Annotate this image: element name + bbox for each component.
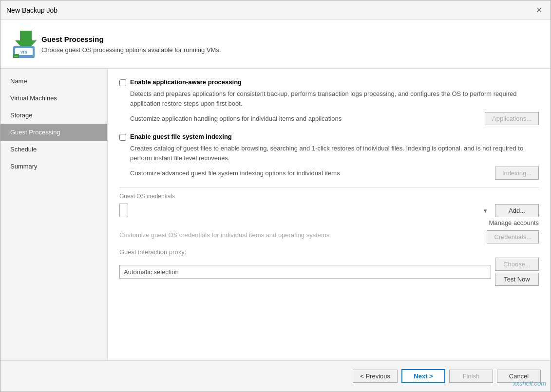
app-aware-label: Enable application-aware processing (130, 78, 242, 86)
sidebar-item-storage[interactable]: Storage (0, 107, 107, 124)
proxy-row: Choose... Test Now (119, 258, 539, 286)
window-title: New Backup Job (6, 6, 57, 14)
credentials-dropdown[interactable] (119, 204, 128, 217)
sidebar-item-virtual-machines[interactable]: Virtual Machines (0, 90, 107, 107)
sidebar-item-guest-processing[interactable]: Guest Processing (0, 124, 107, 141)
header-description: Choose guest OS processing options avail… (41, 46, 221, 54)
applications-button[interactable]: Applications... (485, 112, 539, 125)
credentials-row: Add... (119, 204, 539, 217)
app-aware-section: Enable application-aware processing Dete… (119, 78, 539, 125)
svg-text:—: — (15, 55, 18, 58)
footer: < Previous Next > Finish Cancel (0, 360, 551, 392)
header-icon: vm — (10, 29, 41, 60)
finish-button[interactable]: Finish (449, 370, 493, 383)
file-indexing-label: Enable guest file system indexing (130, 133, 232, 140)
proxy-label: Guest interaction proxy: (119, 248, 539, 256)
app-aware-customize-text: Customize application handling options f… (130, 115, 342, 122)
credentials-dropdown-wrapper (119, 204, 491, 217)
guest-os-label: Guest OS credentials (119, 193, 539, 200)
watermark: xxshell.com (513, 380, 546, 387)
app-aware-checkbox-row: Enable application-aware processing (119, 78, 539, 86)
header-text: Guest Processing Choose guest OS process… (41, 35, 221, 54)
indexing-button[interactable]: Indexing... (495, 167, 539, 180)
next-button[interactable]: Next > (401, 369, 445, 383)
file-indexing-customize-text: Customize advanced guest file system ind… (130, 169, 340, 177)
sidebar-item-schedule[interactable]: Schedule (0, 141, 107, 158)
close-button[interactable]: ✕ (533, 4, 545, 16)
file-indexing-checkbox[interactable] (119, 134, 126, 141)
app-aware-description: Detects and prepares applications for co… (130, 89, 539, 108)
add-button[interactable]: Add... (495, 204, 539, 217)
previous-button[interactable]: < Previous (353, 370, 398, 383)
title-bar: New Backup Job ✕ (0, 0, 551, 20)
svg-text:vm: vm (20, 49, 28, 55)
proxy-input[interactable] (119, 265, 491, 279)
file-indexing-customize-row: Customize advanced guest file system ind… (130, 167, 539, 180)
credentials-customize-row: Customize guest OS credentials for indiv… (119, 230, 539, 243)
file-indexing-section: Enable guest file system indexing Create… (119, 133, 539, 180)
file-indexing-description: Creates catalog of guest files to enable… (130, 144, 539, 163)
header-section: vm — Guest Processing Choose guest OS pr… (0, 20, 551, 69)
content-area: Enable application-aware processing Dete… (108, 69, 551, 360)
dialog-window: New Backup Job ✕ vm — Guest Processing C… (0, 0, 551, 392)
app-aware-checkbox[interactable] (119, 79, 126, 86)
credentials-customize-text: Customize guest OS credentials for indiv… (119, 231, 329, 239)
file-indexing-checkbox-row: Enable guest file system indexing (119, 133, 539, 141)
manage-accounts-link[interactable]: Manage accounts (119, 219, 539, 226)
sidebar-item-name[interactable]: Name (0, 73, 107, 90)
test-now-button[interactable]: Test Now (495, 273, 539, 286)
app-aware-customize-row: Customize application handling options f… (130, 112, 539, 125)
header-title: Guest Processing (41, 35, 221, 43)
sidebar-item-summary[interactable]: Summary (0, 158, 107, 175)
guest-os-section: Guest OS credentials Add... Manage accou… (119, 187, 539, 243)
choose-button[interactable]: Choose... (495, 258, 539, 271)
main-content: Name Virtual Machines Storage Guest Proc… (0, 69, 551, 360)
proxy-section: Guest interaction proxy: Choose... Test … (119, 248, 539, 286)
proxy-buttons: Choose... Test Now (495, 258, 539, 286)
credentials-button[interactable]: Credentials... (487, 230, 539, 243)
sidebar: Name Virtual Machines Storage Guest Proc… (0, 69, 108, 360)
vm-icon: vm — (10, 29, 41, 60)
